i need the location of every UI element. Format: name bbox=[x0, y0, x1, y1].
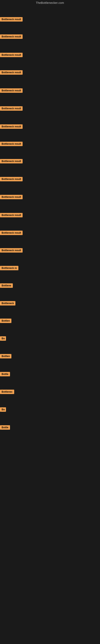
bottleneck-badge-12[interactable]: Bottleneck result bbox=[0, 213, 23, 217]
bottleneck-badge-17[interactable]: Bottleneck bbox=[0, 301, 15, 306]
bottleneck-badge-10[interactable]: Bottleneck result bbox=[0, 177, 23, 181]
bottleneck-badge-2[interactable]: Bottleneck result bbox=[0, 34, 23, 39]
bottleneck-badge-24[interactable]: Bottle bbox=[0, 425, 10, 430]
bottleneck-badge-5[interactable]: Bottleneck result bbox=[0, 88, 23, 93]
bottleneck-badge-3[interactable]: Bottleneck result bbox=[0, 53, 23, 57]
bottleneck-badge-8[interactable]: Bottleneck result bbox=[0, 142, 23, 146]
bottleneck-badge-19[interactable]: Bo bbox=[0, 336, 6, 341]
site-header: TheBottlenecker.com bbox=[0, 0, 100, 6]
bottleneck-badge-18[interactable]: Bottlen bbox=[0, 318, 11, 323]
bottleneck-badge-23[interactable]: Bo bbox=[0, 407, 6, 412]
bottleneck-badge-11[interactable]: Bottleneck result bbox=[0, 195, 23, 199]
bottleneck-badge-14[interactable]: Bottleneck result bbox=[0, 248, 23, 252]
bottleneck-badge-1[interactable]: Bottleneck result bbox=[0, 17, 23, 22]
bottleneck-badge-16[interactable]: Bottlene bbox=[0, 283, 13, 288]
bottleneck-badge-7[interactable]: Bottleneck result bbox=[0, 124, 23, 129]
bottleneck-badge-9[interactable]: Bottleneck result bbox=[0, 159, 23, 164]
bottleneck-badge-6[interactable]: Bottleneck result bbox=[0, 106, 23, 111]
bottleneck-badge-22[interactable]: Bottlenec bbox=[0, 390, 14, 394]
bottleneck-badge-15[interactable]: Bottleneck re bbox=[0, 266, 18, 270]
bottleneck-badge-4[interactable]: Bottleneck result bbox=[0, 70, 23, 75]
site-title: TheBottlenecker.com bbox=[0, 0, 100, 6]
bottleneck-badge-13[interactable]: Bottleneck result bbox=[0, 231, 23, 235]
bottleneck-badge-20[interactable]: Bottlen bbox=[0, 354, 11, 358]
bottleneck-badge-21[interactable]: Bottle bbox=[0, 372, 10, 376]
badges-container: Bottleneck resultBottleneck resultBottle… bbox=[0, 6, 100, 644]
